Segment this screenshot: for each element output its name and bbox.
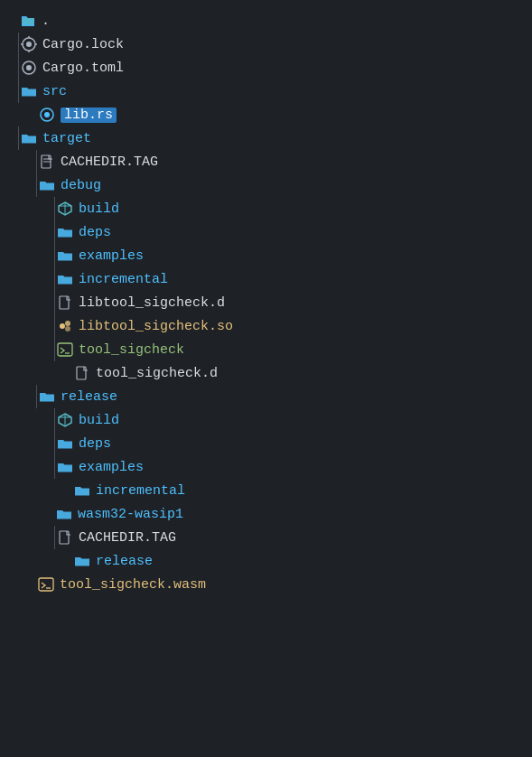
folder-open-icon <box>37 175 57 195</box>
file-icon <box>55 293 75 313</box>
folder-label: build <box>79 413 119 428</box>
folder-label: deps <box>79 225 111 240</box>
file-label: libtool_sigcheck.so <box>79 319 233 334</box>
list-item[interactable]: CACHEDIR.TAG <box>0 526 532 549</box>
svg-point-1 <box>26 42 32 47</box>
svg-rect-20 <box>58 343 72 356</box>
folder-label: incremental <box>96 483 185 499</box>
folder-label: wasm32-wasip1 <box>78 507 183 522</box>
terminal-icon <box>36 575 56 594</box>
file-label: Cargo.lock <box>42 37 124 52</box>
list-item[interactable]: release <box>0 549 532 573</box>
list-item[interactable]: Cargo.toml <box>0 56 532 79</box>
svg-point-17 <box>60 323 65 329</box>
svg-point-7 <box>26 65 32 70</box>
list-item[interactable]: libtool_sigcheck.so <box>0 314 532 338</box>
list-item[interactable]: target <box>0 126 532 150</box>
file-icon <box>37 152 57 172</box>
folder-label: deps <box>79 436 111 452</box>
folder-label: target <box>42 131 91 146</box>
file-icon <box>72 363 92 383</box>
folder-label: release <box>61 389 117 405</box>
list-item[interactable]: deps <box>0 432 532 455</box>
list-item[interactable]: tool_sigcheck.wasm <box>0 573 532 596</box>
list-item[interactable]: Cargo.lock <box>0 33 532 56</box>
list-item[interactable]: src <box>0 79 532 103</box>
file-label: tool_sigcheck <box>79 342 184 358</box>
file-label: lib.rs <box>61 107 117 123</box>
list-item[interactable]: build <box>0 408 532 432</box>
folder-open-icon <box>19 128 39 148</box>
tree-root[interactable]: . <box>0 9 532 33</box>
file-label: CACHEDIR.TAG <box>79 530 176 546</box>
file-label: Cargo.toml <box>42 61 124 76</box>
file-icon <box>55 528 75 547</box>
file-label: tool_sigcheck.wasm <box>60 577 206 593</box>
folder-open-icon <box>55 457 75 477</box>
folder-open-icon <box>19 81 39 101</box>
folder-open-icon <box>18 11 38 31</box>
folder-open-icon <box>55 269 75 289</box>
rust-icon <box>19 34 39 54</box>
folder-label: examples <box>79 460 144 475</box>
folder-open-icon <box>55 222 75 242</box>
folder-open-icon <box>37 387 57 407</box>
file-label: tool_sigcheck.d <box>96 366 218 381</box>
list-item[interactable]: deps <box>0 220 532 244</box>
svg-rect-27 <box>39 578 53 591</box>
svg-point-19 <box>65 326 70 332</box>
list-item[interactable]: examples <box>0 244 532 267</box>
folder-label: debug <box>61 178 101 193</box>
folder-label: incremental <box>79 272 168 287</box>
folder-open-icon <box>72 551 92 571</box>
cube-icon <box>55 410 75 430</box>
list-item[interactable]: libtool_sigcheck.d <box>0 291 532 314</box>
list-item[interactable]: debug <box>0 173 532 197</box>
list-item[interactable]: examples <box>0 455 532 479</box>
rust-icon <box>19 58 39 78</box>
folder-open-icon <box>55 434 75 453</box>
list-item[interactable]: CACHEDIR.TAG <box>0 150 532 173</box>
root-label: . <box>42 14 50 29</box>
list-item[interactable]: tool_sigcheck.d <box>0 361 532 385</box>
folder-open-icon <box>54 504 74 524</box>
svg-point-9 <box>44 112 50 117</box>
folder-open-icon <box>72 481 92 500</box>
file-label: CACHEDIR.TAG <box>61 154 158 170</box>
list-item[interactable]: tool_sigcheck <box>0 338 532 361</box>
shared-lib-icon <box>55 316 75 336</box>
list-item[interactable]: incremental <box>0 479 532 502</box>
folder-label: examples <box>79 248 144 264</box>
list-item[interactable]: wasm32-wasip1 <box>0 502 532 526</box>
list-item[interactable]: build <box>0 197 532 220</box>
folder-label: src <box>42 84 67 99</box>
folder-label: build <box>79 201 119 217</box>
list-item[interactable]: release <box>0 385 532 408</box>
rust-icon <box>37 105 57 125</box>
folder-label: release <box>96 554 153 569</box>
svg-point-18 <box>65 321 70 326</box>
file-tree: . Cargo.lock Cargo.toml <box>0 0 532 605</box>
terminal-icon <box>55 340 75 360</box>
folder-open-icon <box>55 246 75 266</box>
list-item[interactable]: incremental <box>0 267 532 291</box>
cube-icon <box>55 199 75 219</box>
list-item[interactable]: lib.rs <box>0 103 532 126</box>
file-label: libtool_sigcheck.d <box>79 295 225 311</box>
